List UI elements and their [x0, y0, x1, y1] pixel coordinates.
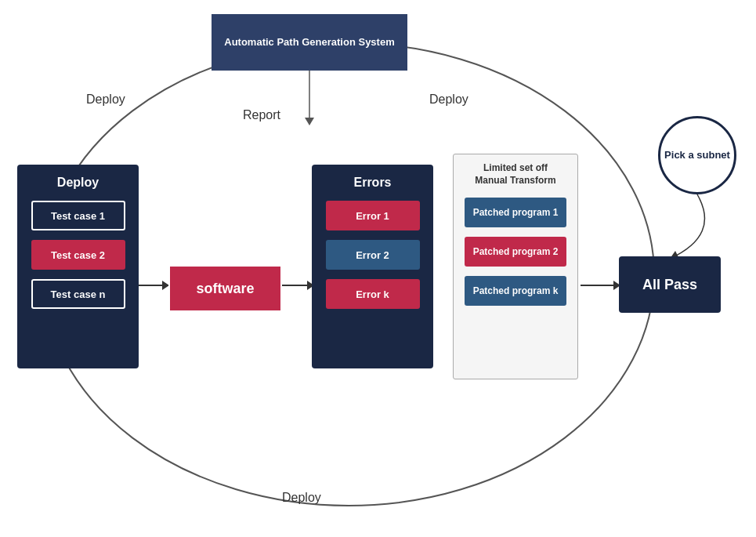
label-deploy-bottom: Deploy	[282, 491, 321, 505]
errors-box: Errors Error 1 Error 2 Error k	[312, 165, 433, 368]
allpass-box: All Pass	[619, 256, 721, 313]
label-report: Report	[243, 108, 280, 122]
error-1-btn: Error 1	[326, 201, 420, 230]
pick-subnet-label: Pick a subnet	[664, 149, 730, 162]
test-case-1-btn: Test case 1	[31, 201, 125, 230]
label-deploy-topright: Deploy	[429, 93, 468, 107]
limited-box-title: Limited set offManual Transform	[475, 162, 555, 187]
label-deploy-topleft: Deploy	[86, 93, 125, 107]
deploy-box-title: Deploy	[57, 176, 99, 190]
software-box: software	[168, 265, 282, 312]
error-k-btn: Error k	[326, 279, 420, 309]
diagram-container: Automatic Path Generation System Deploy …	[0, 0, 756, 537]
patched-program-2-btn: Patched program 2	[465, 237, 566, 267]
arrow-deploy-to-software	[139, 285, 168, 286]
deploy-box: Deploy Test case 1 Test case 2 Test case…	[17, 165, 139, 368]
software-label: software	[196, 281, 254, 297]
apg-box: Automatic Path Generation System	[212, 14, 407, 71]
test-case-n-btn: Test case n	[31, 279, 125, 309]
patched-program-k-btn: Patched program k	[465, 276, 566, 306]
pick-subnet-circle: Pick a subnet	[658, 116, 736, 194]
test-case-2-btn: Test case 2	[31, 240, 125, 270]
error-2-btn: Error 2	[326, 240, 420, 270]
svg-marker-3	[305, 118, 314, 125]
errors-box-title: Errors	[353, 176, 391, 190]
allpass-label: All Pass	[642, 277, 697, 293]
arrow-patched-to-allpass	[581, 285, 620, 286]
patched-program-1-btn: Patched program 1	[465, 198, 566, 227]
apg-title: Automatic Path Generation System	[224, 36, 394, 49]
limited-set-box: Limited set offManual Transform Patched …	[453, 154, 578, 379]
arrow-software-to-errors	[282, 285, 313, 286]
